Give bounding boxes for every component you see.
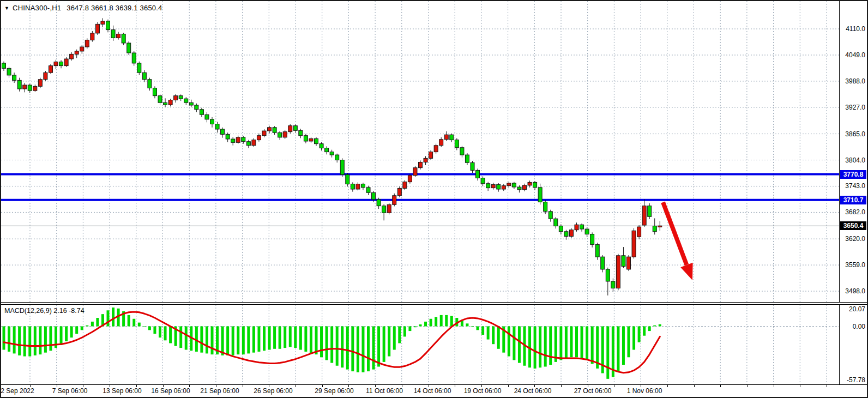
- time-tick: [455, 385, 455, 387]
- time-tick-label: 2 Sep 2022: [1, 387, 34, 395]
- macd-tick-label: 20.07: [849, 305, 865, 313]
- time-tick: [827, 385, 827, 387]
- time-tick-label: 26 Sep 06:00: [254, 387, 292, 395]
- macd-indicator-label: MACD(12,26,9) 2.16 -8.74: [4, 307, 85, 315]
- current-price-badge: 3650.4: [840, 221, 866, 230]
- time-tick: [800, 385, 800, 387]
- price-axis[interactable]: 4110.04049.03988.03927.03865.03804.03743…: [839, 1, 867, 384]
- time-tick-label: 7 Sep 06:00: [52, 387, 88, 395]
- time-tick: [614, 385, 614, 387]
- macd-tick-label: -57.78: [847, 376, 865, 384]
- time-tick: [296, 385, 296, 387]
- price-tick-label: 3682.0: [845, 208, 865, 216]
- price-tick-label: 4110.0: [846, 25, 865, 33]
- chart-title: ▼CHINA300-,H13647.8 3661.8 3639.1 3650.4: [4, 4, 162, 12]
- time-tick-label: 27 Oct 06:00: [574, 387, 612, 395]
- price-tick-label: 3988.0: [845, 77, 865, 85]
- time-tick-label: 21 Sep 06:00: [200, 387, 239, 395]
- pane-separator[interactable]: [1, 302, 867, 305]
- time-tick: [720, 385, 721, 387]
- time-tick: [774, 385, 774, 387]
- candlesticks: [2, 18, 662, 296]
- time-tick-label: 29 Sep 06:00: [315, 387, 353, 395]
- price-tick-label: 3620.0: [845, 235, 865, 243]
- time-tick: [561, 385, 562, 387]
- time-tick: [694, 385, 695, 387]
- price-tick-label: 3927.0: [845, 104, 865, 111]
- time-tick-label: 16 Sep 06:00: [151, 387, 190, 395]
- price-tick-label: 4049.0: [845, 51, 865, 59]
- time-tick-label: 1 Nov 06:00: [627, 387, 662, 395]
- time-tick-label: 11 Oct 06:00: [366, 387, 403, 395]
- time-tick-label: 13 Sep 06:00: [103, 387, 141, 395]
- price-tick-label: 3498.0: [845, 287, 865, 295]
- symbol-dropdown-icon[interactable]: ▼: [4, 5, 9, 11]
- time-tick: [747, 385, 748, 387]
- price-tick-label: 3865.0: [845, 130, 865, 138]
- time-tick: [243, 385, 243, 387]
- macd-grid: [30, 305, 827, 384]
- symbol-name: CHINA300-,H1: [13, 4, 61, 12]
- hline-price-badge: 3770.8: [840, 170, 866, 179]
- price-tick-label: 3804.0: [845, 156, 865, 164]
- time-tick: [667, 385, 668, 387]
- time-tick-label: 24 Oct 06:00: [514, 387, 552, 395]
- macd-indicator-pane[interactable]: [1, 305, 839, 384]
- time-tick: [508, 385, 509, 387]
- price-tick-label: 3559.0: [845, 261, 865, 269]
- chart-window: ▼CHINA300-,H13647.8 3661.8 3639.1 3650.4…: [0, 0, 868, 398]
- main-price-pane[interactable]: [1, 1, 839, 302]
- price-tick-label: 3743.0: [845, 182, 865, 190]
- time-tick-label: 19 Oct 06:00: [464, 387, 502, 395]
- ohlc-values: 3647.8 3661.8 3639.1 3650.4: [67, 4, 162, 12]
- time-tick-label: 14 Oct 06:00: [414, 387, 451, 395]
- macd-tick-label: 0.00: [853, 323, 865, 330]
- time-axis[interactable]: 2 Sep 20227 Sep 06:0013 Sep 06:0016 Sep …: [1, 384, 867, 397]
- hline-price-badge: 3710.7: [840, 196, 866, 204]
- macd-histogram: [3, 307, 661, 379]
